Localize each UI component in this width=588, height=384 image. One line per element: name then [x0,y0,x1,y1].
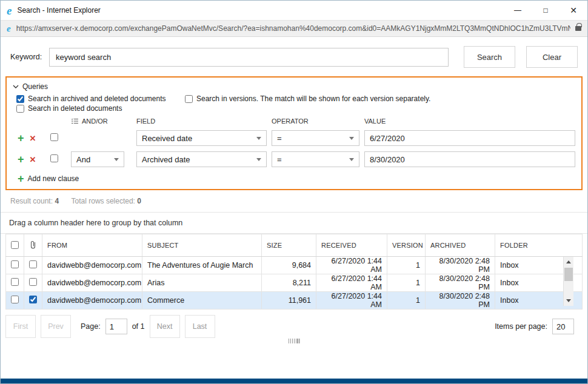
add-clause-row-icon[interactable]: + [18,133,24,144]
keyword-search-row: Keyword: Search Clear [1,37,587,75]
paperclip-icon [30,240,36,249]
cell-version: 1 [387,292,426,310]
clause-row-actions: + ✕ [18,133,45,144]
first-page-button[interactable]: First [5,315,36,338]
group-by-dropzone[interactable]: Drag a column header here to group by th… [1,213,587,234]
scrollbar-thumb[interactable] [564,268,573,281]
page-label: Page: [81,322,101,331]
chevron-down-icon [256,137,261,142]
items-per-page-label: Items per page: [495,322,547,331]
close-button[interactable]: ✕ [560,1,587,20]
lock-icon [575,26,581,31]
row-select-checkbox[interactable] [11,296,19,303]
last-page-button[interactable]: Last [185,315,215,338]
prev-page-button[interactable]: Prev [41,315,71,338]
results-table: FROM SUBJECT SIZE RECEIVED VERSION ARCHI… [5,234,583,310]
row-select-checkbox[interactable] [11,278,19,286]
rows-selected-label: Total rows selected: [72,197,135,205]
column-header-size[interactable]: SIZE [262,234,316,257]
page-number-input[interactable] [105,319,127,334]
cell-size: 8,211 [262,274,316,292]
column-header-subject[interactable]: SUBJECT [142,234,262,257]
query-options-line-1: Search in archived and deleted documents… [16,94,575,103]
column-header-version[interactable]: VERSION [387,234,426,257]
field-dropdown[interactable]: Archived date [136,151,267,167]
field-dropdown[interactable]: Received date [136,130,267,146]
row-attachment-checkbox[interactable] [29,260,37,268]
window-bottom-border [1,379,587,383]
cell-archived: 8/30/2020 2:48 PM [426,257,495,274]
scroll-down-button[interactable] [564,296,573,306]
table-row[interactable]: davidwebb@democorp.com Arias 8,211 6/27/… [6,274,583,292]
operator-dropdown-value: = [277,134,282,143]
clause-select-checkbox[interactable] [50,133,58,141]
vertical-scrollbar[interactable] [563,257,573,306]
queries-section-toggle[interactable]: Queries [13,81,575,93]
andor-dropdown[interactable]: And [71,151,124,167]
address-bar[interactable]: e https://amxserver-x.democorp.com/excha… [1,20,587,37]
rows-selected-value: 0 [137,197,141,205]
clause-value-input[interactable] [364,151,575,167]
maximize-button[interactable]: □ [532,1,560,20]
chevron-down-icon [256,158,261,164]
field-dropdown-value: Received date [142,134,192,143]
operator-dropdown[interactable]: = [272,130,359,146]
column-header-received[interactable]: RECEIVED [316,234,387,257]
option-deleted[interactable]: Search in deleted documents [16,104,122,113]
cell-size: 11,961 [262,292,316,310]
column-header-archived[interactable]: ARCHIVED [426,234,495,257]
minimize-button[interactable]: — [504,1,532,20]
cell-subject: Commerce [142,292,262,310]
query-options-line-2: Search in deleted documents [16,104,575,113]
row-attachment-checkbox[interactable] [29,278,37,286]
results-table-wrap: FROM SUBJECT SIZE RECEIVED VERSION ARCHI… [5,234,583,310]
cell-from: davidwebb@democorp.com [42,274,142,292]
andor-dropdown-value: And [76,155,90,164]
versions-checkbox[interactable] [185,95,193,103]
row-attachment-checkbox[interactable] [29,296,37,303]
window-controls: — □ ✕ [504,1,587,20]
plus-icon: + [18,173,24,184]
clear-button[interactable]: Clear [526,46,578,68]
table-row[interactable]: davidwebb@democorp.com Commerce 11,961 6… [6,292,583,310]
add-clause-row-icon[interactable]: + [18,154,24,165]
archived-deleted-checkbox[interactable] [16,95,24,103]
add-new-clause-link[interactable]: + Add new clause [18,173,575,184]
option-label: Search in archived and deleted documents [28,94,165,103]
next-page-button[interactable]: Next [150,315,180,338]
cell-version: 1 [387,274,426,292]
result-count-label: Result count: [10,197,53,205]
attachment-column-header[interactable] [24,234,42,257]
delete-clause-row-icon[interactable]: ✕ [30,156,36,164]
value-column-header: VALUE [364,118,575,125]
table-row[interactable]: davidwebb@democorp.com The Adventures of… [6,257,583,274]
column-header-from[interactable]: FROM [42,234,142,257]
clause-select-checkbox[interactable] [50,154,58,162]
option-archived-deleted[interactable]: Search in archived and deleted documents [16,94,185,103]
window-title: Search - Internet Explorer [17,6,100,15]
operator-column-header: OPERATOR [272,118,359,125]
clause-value-input[interactable] [364,130,575,146]
url-text[interactable]: https://amxserver-x.democorp.com/exchang… [16,24,570,33]
operator-dropdown-value: = [277,155,282,164]
chevron-down-icon [349,137,354,142]
cell-archived: 8/30/2020 2:48 PM [426,292,495,310]
add-new-clause-label: Add new clause [28,174,79,183]
resize-gripper[interactable] [289,339,300,343]
cell-from: davidwebb@democorp.com [42,257,142,274]
andor-header-label: AND/OR [82,118,108,125]
option-versions[interactable]: Search in versions. The match will be sh… [185,94,430,103]
items-per-page-input[interactable] [552,319,574,334]
cell-received: 6/27/2020 1:44 AM [316,257,387,274]
column-header-folder[interactable]: FOLDER [495,234,583,257]
delete-clause-row-icon[interactable]: ✕ [30,134,36,142]
result-count-value: 4 [55,197,59,205]
deleted-checkbox[interactable] [16,105,24,113]
select-all-checkbox[interactable] [11,241,19,249]
search-button[interactable]: Search [464,46,515,68]
scroll-up-button[interactable] [564,257,573,267]
keyword-input[interactable] [49,48,449,67]
operator-dropdown[interactable]: = [272,151,359,167]
row-select-checkbox[interactable] [11,260,19,268]
items-per-page-group: Items per page: [495,319,583,334]
